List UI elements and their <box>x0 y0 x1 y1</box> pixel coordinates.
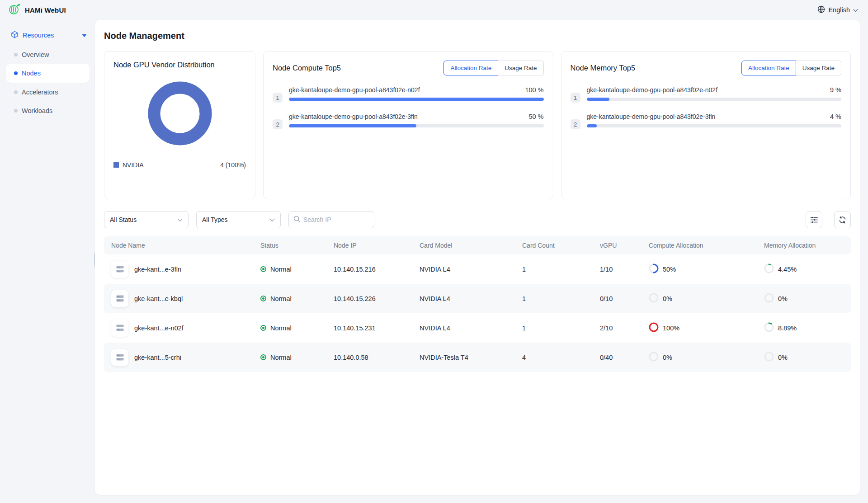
top5-body: gke-kantaloupe-demo-gpu-pool-a843f02e-n0… <box>587 86 842 103</box>
node-name-text: gke-kant...5-crhi <box>134 354 181 361</box>
column-header-node-name: Node Name <box>104 242 253 249</box>
memory-top5-card: Node Memory Top5 Allocation RateUsage Ra… <box>561 51 851 199</box>
compute-allocation-cell: 0% <box>642 293 757 304</box>
node-ip-cell: 10.140.15.226 <box>326 295 412 302</box>
caret-down-icon <box>82 32 87 39</box>
language-selector[interactable]: English <box>817 5 858 14</box>
column-settings-button[interactable] <box>806 212 822 228</box>
compute-ring-chart <box>649 293 659 304</box>
rank-badge: 2 <box>571 119 580 129</box>
progress-bar <box>587 98 842 101</box>
column-header-card-model: Card Model <box>412 242 515 249</box>
table-row[interactable]: gke-kant...e-n02fNormal10.140.15.231NVID… <box>104 313 851 343</box>
node-name-cell: gke-kant...e-kbql <box>104 290 253 307</box>
node-name-text: gke-kant...e-kbql <box>134 295 183 302</box>
search-ip-input[interactable] <box>303 216 369 223</box>
node-name-text: gke-kant...e-3fln <box>134 266 181 273</box>
refresh-button[interactable] <box>834 212 851 228</box>
node-name-cell: gke-kant...e-3fln <box>104 261 253 278</box>
legend-value: 4 (100%) <box>220 161 246 169</box>
sidebar-item-label: Nodes <box>22 70 41 77</box>
sidebar-section-resources[interactable]: Resources <box>0 26 95 44</box>
top5-value: 4 % <box>830 113 841 120</box>
column-header-node-ip: Node IP <box>326 242 412 249</box>
card-count-cell: 1 <box>515 295 593 302</box>
memory-ring-chart <box>764 263 774 275</box>
top-bar: HAMi WebUI English <box>0 0 868 20</box>
compute-allocation-cell: 0% <box>642 352 757 363</box>
cube-icon <box>11 31 19 40</box>
status-text: Normal <box>270 295 292 302</box>
table-body: gke-kant...e-3flnNormal10.140.15.216NVID… <box>104 254 851 372</box>
search-icon <box>293 216 300 224</box>
main-panel: Node Management Node GPU Vendor Distribu… <box>95 20 860 495</box>
sidebar-item-label: Overview <box>22 51 49 58</box>
top5-value: 100 % <box>525 86 543 94</box>
rank-badge: 1 <box>273 93 283 103</box>
status-text: Normal <box>270 354 292 361</box>
table-row[interactable]: gke-kant...e-kbqlNormal10.140.15.226NVID… <box>104 284 851 313</box>
search-box <box>288 211 374 228</box>
compute-ring-chart <box>649 352 659 363</box>
page-title: Node Management <box>104 31 851 41</box>
vgpu-cell: 2/10 <box>593 324 642 332</box>
tab-allocation-rate[interactable]: Allocation Rate <box>741 61 796 75</box>
progress-bar-fill <box>289 124 416 127</box>
column-header-compute-allocation: Compute Allocation <box>642 242 757 249</box>
compute-ring-chart <box>649 322 659 334</box>
app-logo-icon <box>8 3 20 17</box>
progress-bar-fill <box>587 124 597 127</box>
card-model-cell: NVIDIA L4 <box>412 324 515 332</box>
vgpu-cell: 0/10 <box>593 295 642 302</box>
status-text: Normal <box>270 324 292 332</box>
memory-allocation-cell: 0% <box>757 293 851 304</box>
tree-dot-icon <box>14 53 18 56</box>
tab-usage-rate[interactable]: Usage Rate <box>796 61 841 75</box>
top5-node-name: gke-kantaloupe-demo-gpu-pool-a843f02e-3f… <box>289 113 418 120</box>
compute-rate-toggle: Allocation RateUsage Rate <box>443 61 543 75</box>
tab-usage-rate[interactable]: Usage Rate <box>498 61 543 75</box>
top5-value: 9 % <box>830 86 841 94</box>
sidebar-item-workloads[interactable]: Workloads <box>0 101 95 120</box>
status-cell: Normal <box>253 295 326 302</box>
status-ok-icon <box>260 325 266 331</box>
type-filter-select[interactable]: All Types <box>196 211 281 228</box>
top5-node-name: gke-kantaloupe-demo-gpu-pool-a843f02e-n0… <box>587 86 718 94</box>
table-row[interactable]: gke-kant...5-crhiNormal10.140.0.58NVIDIA… <box>104 343 851 372</box>
status-ok-icon <box>260 354 266 360</box>
globe-icon <box>817 5 825 14</box>
status-filter-select[interactable]: All Status <box>104 211 189 228</box>
sidebar-item-nodes[interactable]: Nodes <box>6 64 90 83</box>
tab-allocation-rate[interactable]: Allocation Rate <box>443 61 498 75</box>
brand: HAMi WebUI <box>8 3 66 17</box>
memory-allocation-value: 8.89% <box>778 324 797 332</box>
progress-bar-fill <box>289 98 544 101</box>
tree-dot-icon <box>14 71 18 75</box>
sidebar-section-label: Resources <box>23 32 78 39</box>
rank-badge: 2 <box>273 119 283 129</box>
column-header-vgpu: vGPU <box>593 242 642 249</box>
top5-value: 50 % <box>528 113 543 120</box>
memory-top5-title: Node Memory Top5 <box>571 64 636 72</box>
top5-body: gke-kantaloupe-demo-gpu-pool-a843f02e-n0… <box>289 86 544 103</box>
top5-row: 1gke-kantaloupe-demo-gpu-pool-a843f02e-n… <box>273 86 544 103</box>
status-filter-value: All Status <box>110 216 177 223</box>
server-icon <box>111 320 128 337</box>
sidebar-item-overview[interactable]: Overview <box>0 45 95 64</box>
progress-bar <box>289 98 544 101</box>
vendor-legend: NVIDIA 4 (100%) <box>113 161 246 169</box>
nodes-table: Node NameStatusNode IPCard ModelCard Cou… <box>104 236 851 372</box>
column-header-status: Status <box>253 242 326 249</box>
status-ok-icon <box>260 296 266 301</box>
progress-bar <box>587 124 842 127</box>
memory-ring-chart <box>764 293 774 304</box>
compute-allocation-cell: 50% <box>642 263 757 275</box>
vgpu-cell: 1/10 <box>593 266 642 273</box>
sidebar-item-accelerators[interactable]: Accelerators <box>0 83 95 101</box>
sidebar-tree: OverviewNodesAcceleratorsWorkloads <box>0 45 95 120</box>
table-row[interactable]: gke-kant...e-3flnNormal10.140.15.216NVID… <box>104 254 851 284</box>
server-icon <box>111 261 128 278</box>
status-cell: Normal <box>253 266 326 273</box>
sidebar: Resources OverviewNodesAcceleratorsWorkl… <box>0 20 95 503</box>
gpu-vendor-card-title: Node GPU Vendor Distribution <box>113 61 246 69</box>
